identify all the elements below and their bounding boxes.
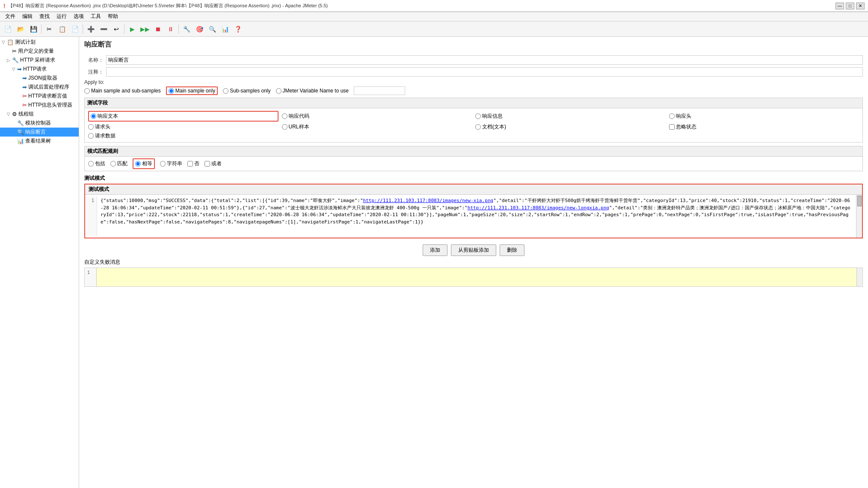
toolbar-stop[interactable]: ⏹ (152, 23, 164, 35)
toolbar-open[interactable]: 📂 (15, 23, 27, 35)
sidebar-item-http-assert[interactable]: ✂ HTTP请求断言值 (0, 92, 79, 101)
radio-jmeter-var[interactable]: JMeter Variable Name to use (276, 88, 349, 94)
custom-fail-section: 自定义失败消息 1 (84, 259, 863, 287)
menu-options[interactable]: 选项 (70, 12, 87, 21)
window-controls: — □ ✕ (835, 3, 865, 9)
checkbox-not-wrap: 否 (187, 160, 199, 167)
checkbox-not[interactable] (187, 161, 193, 167)
menu-tools[interactable]: 工具 (87, 12, 104, 21)
toolbar-help[interactable]: ❓ (232, 23, 244, 35)
radio-string-wrap: 字符串 (160, 160, 182, 167)
buttons-row: 添加 从剪贴板添加 删除 (84, 242, 863, 259)
radio-sub-only[interactable]: Sub-samples only (223, 88, 270, 94)
comment-input[interactable] (106, 67, 863, 77)
test-mode-outer-title: 测试模式 (84, 175, 863, 182)
expand-icon: ▽ (7, 112, 12, 116)
http-sampler-icon: 🔧 (12, 57, 19, 63)
jmeter-var-input[interactable] (354, 86, 405, 95)
toolbar-search[interactable]: 🔍 (206, 23, 218, 35)
radio-equals[interactable] (135, 161, 141, 167)
code-content[interactable]: {"status":10000,"msg":"SUCCESS","data":{… (97, 196, 856, 236)
toolbar-sep-3 (124, 24, 124, 34)
toolbar-add[interactable]: ➕ (85, 23, 97, 35)
view-results-icon: 📊 (17, 138, 24, 144)
delete-button[interactable]: 删除 (500, 244, 524, 256)
sidebar-item-user-vars[interactable]: ✂ 用户定义的变量 (0, 47, 79, 56)
menu-run[interactable]: 运行 (53, 12, 70, 21)
radio-contains[interactable] (88, 161, 94, 167)
menu-search[interactable]: 查找 (36, 12, 53, 21)
toolbar-paste[interactable]: 📄 (69, 23, 81, 35)
code-link[interactable]: http://111.231.103.117:8083/images/new-l… (468, 205, 609, 211)
radio-url-sample[interactable] (282, 124, 287, 130)
radio-req-head[interactable] (88, 124, 94, 130)
radio-document-text[interactable] (475, 124, 481, 130)
test-mode-inner-title: 测试模式 (85, 184, 862, 195)
sidebar-item-http-header[interactable]: ✂ HTTP信息头管理器 (0, 101, 79, 110)
menu-file[interactable]: 文件 (2, 12, 19, 21)
code-link[interactable]: http://111.231.103.117:8083/images/new-x… (363, 198, 494, 203)
view-results-label: 查看结果树 (25, 137, 51, 145)
req-head-label: 请求头 (95, 123, 110, 131)
response-text-label: 响应文本 (98, 113, 118, 120)
checkbox-ignore-status[interactable] (669, 124, 675, 130)
sidebar-item-response-assert[interactable]: 🔍 响应断言 (0, 128, 79, 137)
minimize-button[interactable]: — (835, 3, 844, 9)
sidebar-item-http-sampler[interactable]: ▷ 🔧 HTTP 采样请求 (0, 56, 79, 65)
toolbar-start-no-pause[interactable]: ▶▶ (139, 23, 151, 35)
name-input[interactable] (106, 55, 863, 65)
toolbar-back[interactable]: ↩ (110, 23, 122, 35)
panel: 响应断言 名称： 注释： Apply to: Main sample and s… (79, 37, 868, 488)
toolbar-copy[interactable]: 📋 (56, 23, 68, 35)
radio-main-only[interactable]: Main sample only (166, 86, 218, 95)
sidebar-item-test-plan[interactable]: ▽ 📋 测试计划 (0, 38, 79, 47)
radio-response-info[interactable] (475, 113, 481, 119)
radio-main-sub[interactable]: Main sample and sub-samples (84, 88, 161, 94)
comment-label: 注释： (84, 68, 104, 76)
checkbox-or[interactable] (204, 161, 210, 167)
add-clipboard-button[interactable]: 从剪贴板添加 (451, 244, 496, 256)
sidebar-item-module-ctrl[interactable]: 🔧 模块控制器 (0, 119, 79, 128)
radio-match[interactable] (110, 161, 116, 167)
menu-edit[interactable]: 编辑 (19, 12, 36, 21)
radio-req-data[interactable] (88, 133, 94, 139)
thread-group-label: 线程组 (18, 110, 34, 118)
add-button[interactable]: 添加 (423, 244, 447, 256)
toolbar-new[interactable]: 📄 (2, 23, 14, 35)
sidebar-item-http-req[interactable]: ▽ ➡ HTTP请求 (0, 65, 79, 74)
radio-req-data-wrap: 请求数据 (88, 132, 278, 140)
menu-help[interactable]: 帮助 (104, 12, 121, 21)
sidebar-item-json-extractor[interactable]: ➡ JSON提取器 (0, 74, 79, 83)
toolbar-sep-1 (41, 24, 41, 34)
custom-fail-area: 1 (84, 268, 863, 287)
toolbar-shutdown[interactable]: ⏸ (165, 23, 177, 35)
radio-string[interactable] (160, 161, 166, 167)
radio-jmeter-var-label: JMeter Variable Name to use (283, 88, 349, 94)
toolbar-report[interactable]: 📊 (219, 23, 231, 35)
radio-response-head[interactable] (669, 113, 675, 119)
radio-response-code[interactable] (282, 113, 287, 119)
toolbar-save[interactable]: 💾 (27, 23, 39, 35)
string-label: 字符串 (167, 160, 182, 167)
toolbar-function-helper[interactable]: 🎯 (193, 23, 205, 35)
menu-bar: 文件 编辑 查找 运行 选项 工具 帮助 (0, 12, 868, 21)
toolbar-remove[interactable]: ➖ (98, 23, 110, 35)
sidebar-item-view-results[interactable]: 📊 查看结果树 (0, 137, 79, 146)
toolbar-cut[interactable]: ✂ (43, 23, 55, 35)
maximize-button[interactable]: □ (846, 3, 854, 9)
req-data-label: 请求数据 (95, 132, 116, 140)
test-field-title: 测试字段 (85, 98, 862, 108)
radio-response-text[interactable] (91, 113, 96, 119)
scrollbar-thumb[interactable] (857, 196, 862, 206)
toolbar-start[interactable]: ▶ (126, 23, 138, 35)
close-button[interactable]: ✕ (856, 3, 865, 9)
custom-fail-scrollbar[interactable] (856, 268, 862, 286)
sidebar-item-thread-group[interactable]: ▽ ⚙ 线程组 (0, 110, 79, 119)
toolbar-configure[interactable]: 🔧 (181, 23, 193, 35)
sidebar-item-post-handler[interactable]: ➡ 调试后置处理程序 (0, 83, 79, 92)
radio-match-wrap: 匹配 (110, 160, 127, 167)
vertical-scrollbar[interactable] (856, 195, 862, 238)
custom-fail-input[interactable] (97, 268, 856, 286)
http-assert-icon: ✂ (22, 93, 27, 99)
match-label: 匹配 (117, 160, 127, 167)
